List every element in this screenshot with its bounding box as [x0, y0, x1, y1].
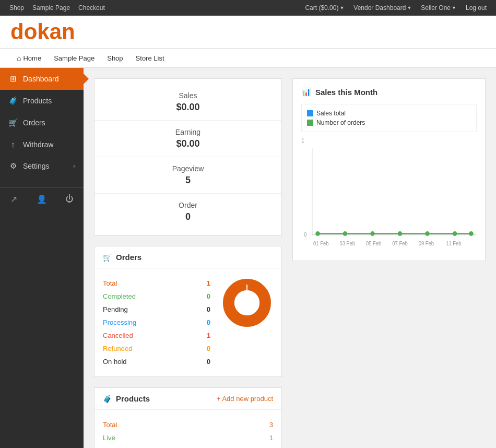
products-panel-icon: 🧳 [103, 395, 112, 403]
orders-body: Total 1 Completed 0 Pending 0 [95, 268, 281, 376]
topbar-logout-link[interactable]: Log out [462, 0, 491, 16]
order-value-refunded: 0 [207, 345, 210, 352]
svg-point-2 [234, 290, 259, 315]
order-label-refunded: Refunded [103, 345, 132, 352]
vendor-dropdown-arrow: ▼ [407, 0, 411, 16]
dashboard-icon: ⊞ [8, 74, 18, 84]
order-row-refunded: Refunded 0 [103, 342, 210, 355]
product-row-offline: Offline 1 [103, 444, 273, 448]
svg-point-11 [453, 231, 457, 236]
sidebar-power-button[interactable]: ⏻ [56, 188, 84, 210]
order-label-pending: Pending [103, 305, 128, 313]
orders-panel: 🛒 Orders Total 1 Completed 0 [94, 246, 282, 377]
topbar-cart-link[interactable]: Cart ($0.00) ▼ [301, 0, 348, 16]
svg-text:05 Feb: 05 Feb [366, 240, 381, 246]
mainnav-shop[interactable]: Shop [101, 49, 129, 67]
products-panel: 🧳 Products + Add new product Total 3 Liv… [94, 387, 282, 448]
sidebar-bottom: ↗ 👤 ⏻ [0, 187, 84, 210]
svg-point-9 [398, 231, 402, 236]
seller-dropdown-arrow: ▼ [452, 0, 456, 16]
earning-value: $0.00 [105, 138, 271, 149]
order-row-processing: Processing 0 [103, 316, 210, 329]
order-value-total: 1 [207, 279, 210, 287]
home-icon: ⌂ [17, 54, 21, 62]
chart-area: 1 [301, 137, 477, 252]
order-label: Order [105, 201, 271, 209]
sidebar-item-products[interactable]: 🧳 Products [0, 90, 84, 112]
sidebar-item-dashboard[interactable]: ⊞ Dashboard [0, 68, 84, 90]
svg-text:03 Feb: 03 Feb [340, 240, 355, 246]
orders-panel-header: 🛒 Orders [95, 246, 281, 268]
order-value-processing: 0 [207, 319, 210, 326]
order-label-onhold: On hold [103, 358, 127, 366]
product-row-total: Total 3 [103, 418, 273, 431]
right-column: 📊 Sales this Month Sales total Number of… [292, 78, 486, 448]
site-logo[interactable]: dokan [10, 21, 486, 43]
sidebar-item-withdraw[interactable]: ↑ Withdraw [0, 134, 84, 155]
orders-panel-icon: 🛒 [103, 253, 112, 262]
sidebar-external-link-button[interactable]: ↗ [0, 188, 28, 210]
products-body: Total 3 Live 1 Offline 1 Pending Revie [95, 410, 281, 448]
stat-earning: Earning $0.00 [95, 121, 281, 157]
legend-blue-dot [307, 110, 313, 116]
orders-panel-title: Orders [116, 253, 141, 262]
sidebar-item-orders[interactable]: 🛒 Orders [0, 112, 84, 134]
chart-y-label: 1 [301, 137, 304, 144]
order-value-pending: 0 [207, 305, 210, 313]
sidebar-user-button[interactable]: 👤 [28, 188, 55, 210]
withdraw-icon: ↑ [8, 140, 18, 149]
top-bar: Shop Sample Page Checkout Cart ($0.00) ▼… [0, 0, 496, 16]
order-label-completed: Completed [103, 292, 136, 300]
mainnav-sample[interactable]: Sample Page [48, 49, 101, 67]
top-bar-left: Shop Sample Page Checkout [5, 0, 109, 16]
topbar-seller-link[interactable]: Seller One ▼ [417, 0, 460, 16]
chart-svg-container: 01 Feb 03 Feb 05 Feb 07 Feb 09 Feb 11 Fe… [301, 148, 477, 252]
topbar-checkout-link[interactable]: Checkout [74, 0, 109, 16]
orders-list: Total 1 Completed 0 Pending 0 [103, 277, 210, 368]
product-value-total: 3 [269, 421, 273, 429]
stat-sales: Sales $0.00 [95, 84, 281, 121]
order-value-onhold: 0 [207, 358, 210, 366]
topbar-shop-link[interactable]: Shop [5, 0, 28, 16]
mainnav-home[interactable]: ⌂ Home [10, 49, 48, 67]
svg-text:11 Feb: 11 Feb [446, 240, 461, 246]
order-value-completed: 0 [207, 292, 210, 300]
main-nav: ⌂ Home Sample Page Shop Store List [0, 49, 496, 68]
pageview-label: Pageview [105, 164, 271, 173]
order-row-total: Total 1 [103, 277, 210, 290]
order-label-total: Total [103, 279, 117, 287]
main-content: Sales $0.00 Earning $0.00 Pageview 5 Ord… [84, 68, 496, 448]
legend-green-dot [307, 120, 313, 126]
svg-text:01 Feb: 01 Feb [313, 240, 328, 246]
top-bar-right: Cart ($0.00) ▼ Vendor Dashboard ▼ Seller… [301, 0, 491, 16]
pageview-value: 5 [105, 175, 271, 186]
topbar-vendor-link[interactable]: Vendor Dashboard ▼ [349, 0, 416, 16]
topbar-sample-link[interactable]: Sample Page [28, 0, 74, 16]
mainnav-storelist[interactable]: Store List [129, 49, 171, 67]
user-icon: 👤 [37, 195, 47, 204]
products-panel-header: 🧳 Products + Add new product [95, 388, 281, 410]
order-row-pending: Pending 0 [103, 303, 210, 316]
cart-dropdown-arrow: ▼ [339, 0, 344, 16]
site-header: dokan [0, 16, 496, 49]
svg-point-6 [315, 231, 320, 236]
order-value-cancelled: 1 [207, 332, 210, 339]
svg-text:0: 0 [304, 232, 307, 238]
orders-icon: 🛒 [8, 118, 18, 127]
power-icon: ⏻ [65, 194, 74, 203]
svg-point-12 [469, 231, 473, 236]
stat-pageview: Pageview 5 [95, 157, 281, 194]
order-row-onhold: On hold 0 [103, 355, 210, 368]
stats-panel: Sales $0.00 Earning $0.00 Pageview 5 Ord… [94, 78, 282, 235]
svg-point-7 [343, 231, 347, 236]
svg-point-8 [370, 231, 374, 236]
product-row-live: Live 1 [103, 431, 273, 444]
settings-chevron-icon: › [73, 162, 75, 170]
product-label-live: Live [103, 434, 115, 442]
order-row-completed: Completed 0 [103, 290, 210, 303]
order-row-cancelled: Cancelled 1 [103, 329, 210, 342]
sidebar-item-settings[interactable]: ⚙ Settings › [0, 155, 84, 177]
add-product-button[interactable]: + Add new product [217, 395, 273, 403]
products-icon: 🧳 [8, 96, 18, 105]
sales-label: Sales [105, 91, 271, 100]
